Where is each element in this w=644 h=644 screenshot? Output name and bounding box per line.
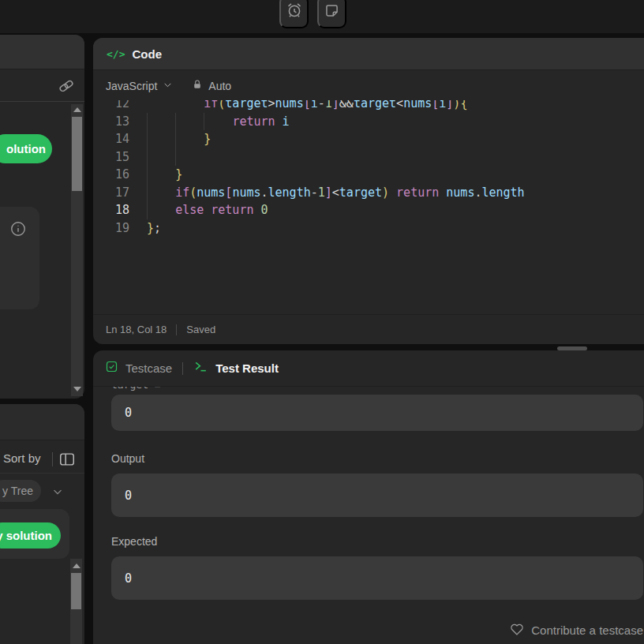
- description-panel-header: [0, 35, 84, 69]
- description-scrollbar[interactable]: [71, 104, 83, 396]
- saved-indicator: Saved: [186, 324, 215, 335]
- tab-testcase-label: Testcase: [125, 361, 172, 375]
- tab-divider: [182, 362, 183, 375]
- expected-label: Expected: [111, 535, 644, 548]
- editor-status-bar: Ln 18, Col 18 Saved: [93, 314, 644, 344]
- auto-toggle[interactable]: Auto: [192, 79, 231, 92]
- scrollbar-thumb[interactable]: [72, 117, 82, 191]
- line-number: 12: [93, 100, 129, 113]
- line-number: 15: [93, 148, 129, 167]
- cursor-position-indicator: Ln 18, Col 18: [106, 324, 167, 335]
- line-number: 16: [93, 166, 129, 184]
- param-label: target =: [111, 387, 644, 393]
- terminal-icon: [193, 359, 208, 377]
- topic-tag-chip[interactable]: y Tree: [0, 480, 41, 502]
- testcase-panel: Testcase Test Result target = 0 Output 0…: [93, 350, 644, 644]
- checkbox-check-icon: [105, 360, 118, 376]
- scrollbar-thumb[interactable]: [71, 573, 81, 609]
- description-toolbar: [0, 70, 84, 102]
- indent-guide: [147, 113, 148, 219]
- indent-guide: [175, 113, 176, 167]
- sticky-note-icon: [324, 2, 340, 21]
- alarm-clock-icon: [286, 2, 303, 21]
- code-toolbar: JavaScript Auto: [93, 71, 644, 100]
- top-bar: [0, 0, 644, 33]
- scroll-up-arrow[interactable]: [73, 107, 81, 112]
- my-solution-button[interactable]: y solution: [0, 522, 61, 549]
- contribute-testcase-button[interactable]: Contribute a testcase: [111, 621, 644, 639]
- line-number: 14: [93, 130, 129, 148]
- line-number: 18: [93, 201, 129, 219]
- info-icon: [9, 220, 27, 238]
- columns-layout-icon: [58, 457, 76, 470]
- toolbar-divider: [52, 452, 53, 466]
- solutions-panel: Sort by y Tree y solution: [0, 404, 84, 644]
- code-icon: </>: [107, 48, 125, 60]
- code-line: 12 if(target>nums[i-1]&&target<nums[i]){: [93, 100, 644, 113]
- link-icon: [58, 84, 75, 97]
- solution-list-item[interactable]: y solution: [0, 509, 69, 559]
- description-panel: olution: [0, 35, 84, 399]
- contribute-label: Contribute a testcase: [531, 623, 643, 637]
- target-input[interactable]: 0: [111, 395, 643, 431]
- code-panel: </> Code JavaScript Auto: [93, 38, 644, 344]
- tab-test-result[interactable]: Test Result: [193, 359, 279, 377]
- scroll-down-arrow[interactable]: [73, 387, 81, 391]
- code-line: 18 else return 0: [93, 201, 644, 219]
- tab-testcase[interactable]: Testcase: [105, 360, 172, 376]
- language-label: JavaScript: [106, 80, 157, 92]
- status-divider: [176, 324, 177, 335]
- expected-value-box: 0: [111, 556, 643, 600]
- solution-button[interactable]: olution: [0, 134, 52, 163]
- code-line: 16 }: [93, 166, 644, 184]
- solutions-panel-header: [0, 404, 84, 440]
- solutions-scrollbar[interactable]: [70, 559, 82, 644]
- code-line: 19};: [93, 219, 644, 238]
- solutions-toolbar: Sort by: [0, 445, 84, 474]
- lock-icon: [192, 79, 203, 92]
- code-editor[interactable]: 12 if(target>nums[i-1]&&target<nums[i]){…: [93, 100, 644, 314]
- copy-link-button[interactable]: [58, 77, 75, 95]
- sort-by-button[interactable]: Sort by: [3, 451, 41, 465]
- output-value-box: 0: [111, 474, 643, 517]
- app-window: olution Sort by: [0, 0, 644, 644]
- testcase-tab-bar: Testcase Test Result: [93, 350, 644, 387]
- code-panel-title: Code: [132, 47, 162, 61]
- line-number: 17: [93, 184, 129, 202]
- tab-test-result-label: Test Result: [215, 361, 279, 375]
- testcase-content[interactable]: target = 0 Output 0 Expected 0 Contribut…: [93, 387, 644, 644]
- timer-button[interactable]: [279, 0, 309, 28]
- code-panel-header: </> Code: [93, 38, 644, 70]
- auto-label: Auto: [208, 80, 231, 92]
- layout-toggle-button[interactable]: [58, 451, 76, 468]
- info-card[interactable]: [0, 207, 39, 309]
- code-line: 17 if(nums[nums.length-1]<target) return…: [93, 184, 644, 202]
- chevron-down-icon[interactable]: [51, 485, 65, 499]
- scroll-up-arrow[interactable]: [73, 564, 80, 568]
- notes-button[interactable]: [317, 0, 346, 28]
- line-number: 13: [93, 113, 129, 131]
- output-label: Output: [111, 452, 644, 465]
- line-number: 19: [93, 219, 129, 238]
- language-selector[interactable]: JavaScript: [106, 80, 173, 92]
- indent-guide: [204, 113, 204, 131]
- heart-icon: [509, 621, 525, 639]
- chevron-down-icon: [163, 80, 173, 92]
